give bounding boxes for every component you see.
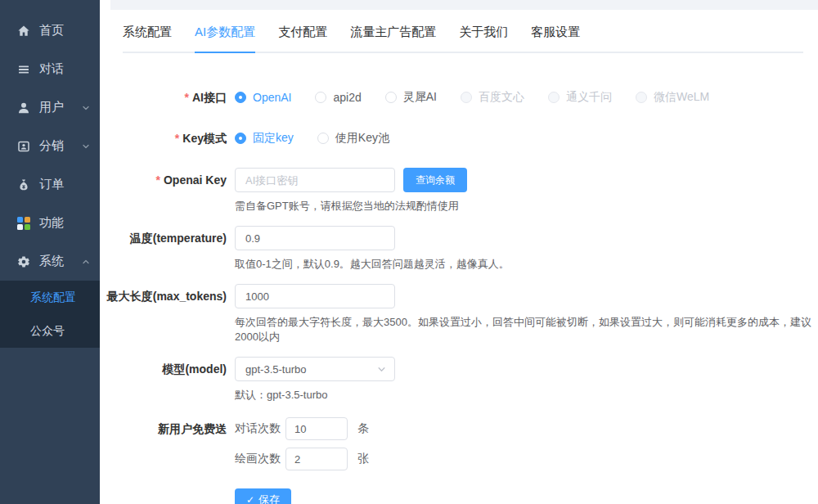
page-background-strip [110,0,818,10]
chevron-down-icon [82,142,90,151]
temperature-input[interactable] [235,226,395,250]
required-asterisk: * [156,173,160,187]
radio-option-weixin-welm: 微信WeLM [636,90,709,105]
radio-label: 固定key [253,131,294,146]
sidebar-item-system[interactable]: 系统 [0,242,100,281]
ai-params-form: *AI接口 OpenAIapi2d灵犀AI百度文心通义千问微信WeLM *Key… [100,89,818,504]
radio-option-key-pool[interactable]: 使用Key池 [317,131,389,146]
radio-option-baidu-wenxin: 百度文心 [461,90,524,105]
quota-label: 对话次数 [235,421,281,436]
radio-unchecked-icon [385,92,397,103]
radio-label: 百度文心 [479,90,524,105]
sidebar-item-label: 系统 [39,254,64,269]
radio-option-openai[interactable]: OpenAI [235,91,291,104]
tab-about-us[interactable]: 关于我们 [459,25,508,42]
radio-option-fixed-key[interactable]: 固定key [235,131,294,146]
user-icon [16,101,31,115]
model-select[interactable]: gpt-3.5-turbo [235,357,395,381]
radio-option-api2d[interactable]: api2d [315,91,361,104]
radio-unchecked-icon [636,92,647,103]
radio-option-lingxi[interactable]: 灵犀AI [385,90,437,105]
radio-unchecked-icon [548,92,560,103]
main-content: 系统配置AI参数配置支付配置流量主广告配置关于我们客服设置 *AI接口 Open… [100,0,818,504]
sidebar-menu: 首页对话用户分销订单功能系统 [0,11,100,281]
radio-label: 灵犀AI [403,90,437,105]
openai-key-input[interactable] [235,168,395,192]
radio-checked-icon [235,92,246,103]
openai-key-help-text: 需自备GPT账号，请根据您当地的法规酌情使用 [235,199,467,214]
chat-count-input[interactable] [285,417,348,440]
required-asterisk: * [175,132,179,145]
radio-checked-icon [235,133,246,144]
query-balance-button[interactable]: 查询余额 [403,168,467,192]
form-row-save: ✓ 保存 [100,488,818,504]
temperature-help-text: 取值0-1之间，默认0.9。越大回答问题越灵活，越像真人。 [235,257,510,272]
sidebar-item-orders[interactable]: 订单 [0,165,100,204]
save-button[interactable]: ✓ 保存 [235,488,291,504]
radio-label: 通义千问 [566,90,612,105]
form-row-max-tokens: 最大长度(max_tokens) 每次回答的最大字符长度，最大3500。如果设置… [100,284,818,344]
max-tokens-help-text: 每次回答的最大字符长度，最大3500。如果设置过小，回答中间可能被切断，如果设置… [235,315,818,344]
sidebar-subitem-official-account[interactable]: 公众号 [0,314,100,348]
sidebar-item-home[interactable]: 首页 [0,11,100,50]
sidebar-submenu: 系统配置公众号 [0,281,100,348]
quota-unit: 张 [357,452,369,466]
sidebar: 首页对话用户分销订单功能系统 系统配置公众号 [0,0,100,504]
gear-icon [16,254,31,269]
max-tokens-input[interactable] [235,284,395,308]
sidebar-item-users[interactable]: 用户 [0,88,100,127]
sidebar-item-label: 分销 [39,138,64,154]
tab-ai-params[interactable]: AI参数配置 [195,25,255,42]
required-asterisk: * [185,91,189,104]
sidebar-item-distribution[interactable]: 分销 [0,127,100,165]
form-row-temperature: 温度(temperature) 取值0-1之间，默认0.9。越大回答问题越灵活，… [100,226,818,272]
sidebar-item-chat[interactable]: 对话 [0,50,100,88]
field-label-model: 模型(model) [100,357,227,381]
field-label-ai-interface: *AI接口 [100,89,227,106]
radio-label: OpenAI [253,91,291,104]
chevron-down-icon [377,365,386,374]
model-select-value: gpt-3.5-turbo [245,363,306,376]
radio-label: 微信WeLM [654,90,709,105]
sidebar-item-label: 对话 [39,61,64,77]
app-window: 首页对话用户分销订单功能系统 系统配置公众号 系统配置AI参数配置支付配置流量主… [0,0,818,504]
chat-icon [16,62,31,77]
distribution-icon [16,139,31,154]
check-icon: ✓ [246,494,254,504]
sidebar-item-label: 首页 [39,23,64,38]
save-button-label: 保存 [258,493,280,504]
quota-unit: 条 [357,421,369,436]
form-row-free-quota: 新用户免费送 对话次数条绘画次数张 [100,417,818,470]
quota-line-draw-count: 绘画次数张 [235,448,369,470]
ai-interface-radio-group: OpenAIapi2d灵犀AI百度文心通义千问微信WeLM [235,89,733,106]
field-label-free-quota: 新用户免费送 [100,417,227,440]
field-label-key-mode: *Key模式 [100,130,227,146]
field-label-temperature: 温度(temperature) [100,226,227,250]
form-row-openai-key: *Openai Key 查询余额 需自备GPT账号，请根据您当地的法规酌情使用 [100,168,818,214]
sidebar-item-label: 用户 [39,100,64,115]
chevron-down-icon [82,104,90,112]
radio-label: 使用Key池 [335,131,389,146]
tab-traffic-ad[interactable]: 流量主广告配置 [350,25,436,42]
tab-payment[interactable]: 支付配置 [278,25,327,42]
radio-unchecked-icon [317,133,329,144]
radio-option-tongyi-qianwen: 通义千问 [548,90,612,105]
quota-line-chat-count: 对话次数条 [235,417,369,440]
sidebar-item-label: 功能 [39,215,64,231]
radio-label: api2d [333,91,361,104]
sidebar-item-features[interactable]: 功能 [0,204,100,242]
sidebar-subitem-system-config[interactable]: 系统配置 [0,281,100,314]
config-tabbar: 系统配置AI参数配置支付配置流量主广告配置关于我们客服设置 [123,25,803,53]
quota-label: 绘画次数 [235,452,281,466]
order-icon [16,178,31,192]
key-mode-radio-group: 固定key使用Key池 [235,130,413,146]
form-row-key-mode: *Key模式 固定key使用Key池 [100,130,818,146]
form-row-ai-interface: *AI接口 OpenAIapi2d灵犀AI百度文心通义千问微信WeLM [100,89,818,106]
draw-count-input[interactable] [285,448,348,470]
radio-unchecked-icon [461,92,472,103]
radio-unchecked-icon [315,92,326,103]
sidebar-item-label: 订单 [39,177,64,192]
tab-system-config[interactable]: 系统配置 [123,25,172,42]
tab-customer-service[interactable]: 客服设置 [531,25,580,42]
model-help-text: 默认：gpt-3.5-turbo [235,388,395,403]
